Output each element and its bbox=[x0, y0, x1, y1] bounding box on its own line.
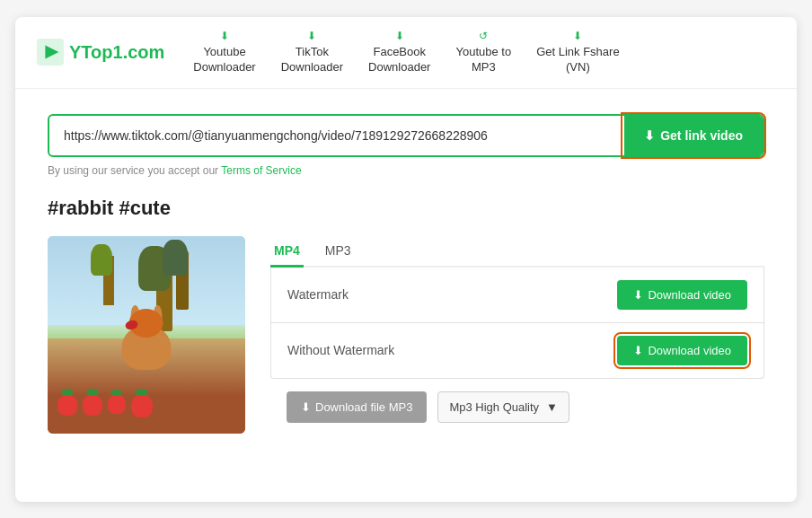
watermark-label: Watermark bbox=[287, 287, 349, 302]
nav-label-1b: Downloader bbox=[193, 60, 255, 75]
download-icon-nwm: ⬇ bbox=[633, 344, 643, 357]
tab-mp3[interactable]: MP3 bbox=[322, 236, 355, 268]
dropdown-arrow-icon: ▼ bbox=[546, 400, 558, 414]
logo[interactable]: YTop1.com bbox=[37, 39, 164, 66]
no-watermark-download-button[interactable]: ⬇ Download video bbox=[617, 336, 747, 365]
nav-tiktok-downloader[interactable]: ⬇ TikTok Downloader bbox=[281, 30, 343, 75]
terms-link[interactable]: Terms of Service bbox=[221, 164, 301, 177]
nav-links: ⬇ Youtube Downloader ⬇ TikTok Downloader… bbox=[193, 30, 775, 75]
nav-get-link-fshare[interactable]: ⬇ Get Link Fshare (VN) bbox=[536, 30, 620, 75]
nav-youtube-to-mp3[interactable]: ↺ Youtube to MP3 bbox=[455, 30, 511, 75]
main-window: YTop1.com ⬇ Youtube Downloader ⬇ TikTok … bbox=[15, 17, 797, 502]
strawberry-1-leaf bbox=[61, 389, 74, 396]
nav-label-4b: MP3 bbox=[472, 60, 496, 75]
mp3-row: ⬇ Download file MP3 Mp3 High Quality ▼ bbox=[270, 379, 764, 435]
download-mp3-button[interactable]: ⬇ Download file MP3 bbox=[287, 391, 427, 423]
download-icon: ⬇ bbox=[220, 30, 229, 44]
download-section: MP4 MP3 Watermark ⬇ Download video Witho… bbox=[270, 236, 764, 435]
download-rows: Watermark ⬇ Download video Without Water… bbox=[270, 268, 764, 379]
nav-label-3b: Downloader bbox=[368, 60, 430, 75]
nav-label-3a: FaceBook bbox=[373, 45, 426, 60]
tab-mp4[interactable]: MP4 bbox=[270, 236, 304, 268]
logo-text: YTop1.com bbox=[69, 42, 164, 63]
url-bar-wrapper: ⬇ Get link video bbox=[48, 114, 764, 157]
download-icon-btn: ⬇ bbox=[644, 128, 655, 143]
strawberry-3 bbox=[108, 394, 126, 414]
download-mp3-label: Download file MP3 bbox=[315, 400, 412, 414]
watermark-btn-label: Download video bbox=[648, 288, 731, 302]
thumbnail-image bbox=[48, 236, 245, 434]
nav-label-5b: (VN) bbox=[566, 60, 590, 75]
tree-leaves-2 bbox=[163, 240, 188, 276]
video-title: #rabbit #cute bbox=[48, 197, 764, 220]
rabbit-container bbox=[122, 325, 172, 370]
nav-youtube-downloader[interactable]: ⬇ Youtube Downloader bbox=[193, 30, 255, 75]
video-thumbnail bbox=[48, 236, 245, 434]
get-link-button[interactable]: ⬇ Get link video bbox=[624, 116, 763, 155]
url-input[interactable] bbox=[49, 116, 624, 155]
watermark-download-button[interactable]: ⬇ Download video bbox=[617, 280, 747, 310]
download-icon-mp3: ⬇ bbox=[301, 400, 311, 414]
watermark-row: Watermark ⬇ Download video bbox=[271, 268, 763, 323]
download-icon-4: ⬇ bbox=[573, 30, 582, 44]
strawberry-4-leaf bbox=[135, 389, 148, 396]
tree-leaves-3 bbox=[91, 244, 112, 276]
get-link-label: Get link video bbox=[660, 128, 743, 143]
strawberry-3-leaf bbox=[110, 390, 122, 396]
strawberries bbox=[57, 394, 153, 417]
no-watermark-btn-label: Download video bbox=[648, 344, 731, 357]
terms-prefix: By using our service you accept our bbox=[48, 164, 221, 177]
strawberry-2-leaf bbox=[86, 389, 99, 396]
strawberry-2 bbox=[83, 394, 102, 416]
no-watermark-label: Without Watermark bbox=[287, 343, 394, 357]
nav-label-4a: Youtube to bbox=[455, 45, 511, 60]
nav-label-1a: Youtube bbox=[203, 45, 245, 60]
terms-text: By using our service you accept our Term… bbox=[48, 164, 764, 177]
no-watermark-row: Without Watermark ⬇ Download video bbox=[271, 323, 763, 378]
content-area: MP4 MP3 Watermark ⬇ Download video Witho… bbox=[48, 236, 764, 435]
download-icon-2: ⬇ bbox=[307, 30, 316, 44]
format-tabs: MP4 MP3 bbox=[270, 236, 764, 268]
logo-icon bbox=[37, 39, 64, 66]
rabbit-body bbox=[122, 325, 172, 370]
quality-label: Mp3 High Quality bbox=[449, 400, 539, 414]
rotate-icon: ↺ bbox=[479, 30, 488, 44]
download-icon-3: ⬇ bbox=[395, 30, 404, 44]
download-icon-wm: ⬇ bbox=[633, 288, 643, 302]
strawberry-4 bbox=[131, 394, 153, 417]
quality-dropdown[interactable]: Mp3 High Quality ▼ bbox=[437, 391, 569, 423]
nav-facebook-downloader[interactable]: ⬇ FaceBook Downloader bbox=[368, 30, 430, 75]
navbar: YTop1.com ⬇ Youtube Downloader ⬇ TikTok … bbox=[15, 17, 797, 89]
main-content: ⬇ Get link video By using our service yo… bbox=[15, 89, 797, 461]
nav-label-2a: TikTok bbox=[296, 45, 329, 60]
nav-label-5a: Get Link Fshare bbox=[536, 45, 620, 60]
nav-label-2b: Downloader bbox=[281, 60, 343, 75]
strawberry-1 bbox=[57, 394, 77, 416]
